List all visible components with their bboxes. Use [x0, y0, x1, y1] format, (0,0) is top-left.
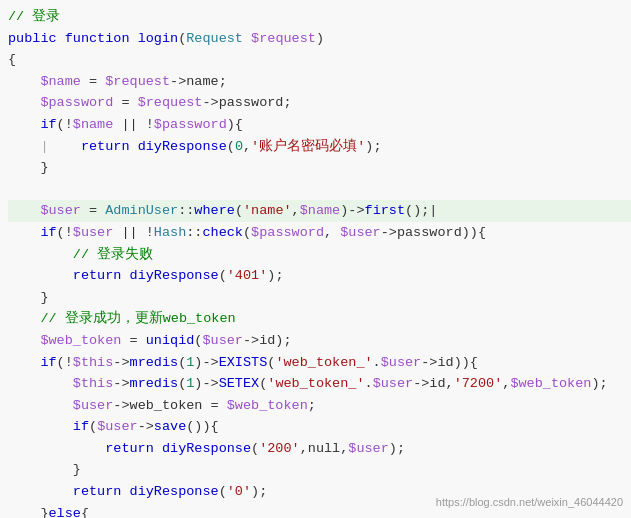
code-line-9: [8, 179, 631, 201]
code-line-21: return diyResponse('200',null,$user);: [8, 438, 631, 460]
code-line-16: $web_token = uniqid($user->id);: [8, 330, 631, 352]
code-line-2: public function login(Request $request): [8, 28, 631, 50]
code-line-20: if($user->save()){: [8, 416, 631, 438]
code-line-5: $password = $request->password;: [8, 92, 631, 114]
code-editor: // 登录 public function login(Request $req…: [0, 0, 631, 518]
code-line-14: }: [8, 287, 631, 309]
code-line-13: return diyResponse('401');: [8, 265, 631, 287]
code-line-8: }: [8, 157, 631, 179]
code-line-18: $this->mredis(1)->SETEX('web_token_'.$us…: [8, 373, 631, 395]
code-line-17: if(!$this->mredis(1)->EXISTS('web_token_…: [8, 352, 631, 374]
code-line-15: // 登录成功，更新web_token: [8, 308, 631, 330]
code-line-7: | return diyResponse(0,'账户名密码必填');: [8, 136, 631, 158]
code-line-4: $name = $request->name;: [8, 71, 631, 93]
watermark: https://blog.csdn.net/weixin_46044420: [436, 494, 623, 512]
code-line-22: }: [8, 459, 631, 481]
code-line-12: // 登录失败: [8, 244, 631, 266]
code-line-10: $user = AdminUser::where('name',$name)->…: [8, 200, 631, 222]
code-line-3: {: [8, 49, 631, 71]
code-line-19: $user->web_token = $web_token;: [8, 395, 631, 417]
code-line-6: if(!$name || !$password){: [8, 114, 631, 136]
code-line-11: if(!$user || !Hash::check($password, $us…: [8, 222, 631, 244]
code-line-1: // 登录: [8, 6, 631, 28]
